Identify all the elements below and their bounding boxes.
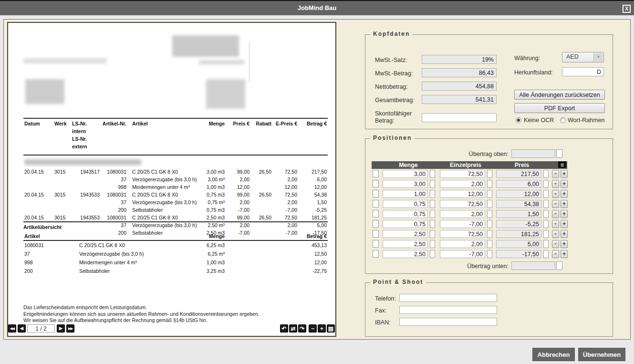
einzelpreis-marker-box[interactable]: [487, 250, 492, 258]
iban-field[interactable]: [399, 318, 497, 326]
increment-button[interactable]: +: [561, 210, 568, 218]
increment-button[interactable]: +: [561, 200, 568, 208]
menge-marker-box[interactable]: [430, 200, 435, 208]
row-select-checkbox[interactable]: [373, 230, 379, 238]
preis-marker-box[interactable]: [543, 220, 549, 228]
fit-page-button[interactable]: ▤: [327, 324, 335, 333]
cancel-button[interactable]: Abbrechen: [532, 348, 575, 361]
einzelpreis-input[interactable]: [440, 170, 485, 178]
increment-button[interactable]: +: [561, 240, 568, 248]
menge-marker-box[interactable]: [430, 210, 435, 218]
einzelpreis-input[interactable]: [440, 200, 485, 208]
preis-field[interactable]: [496, 210, 541, 218]
uebertrag-unten-marker-box[interactable]: [556, 261, 562, 270]
telefon-field[interactable]: [399, 294, 497, 302]
einzelpreis-input[interactable]: [440, 230, 485, 238]
einzelpreis-marker-box[interactable]: [487, 240, 492, 248]
row-select-checkbox[interactable]: [373, 180, 379, 187]
wort-rahmen-radio[interactable]: [560, 117, 566, 123]
row-select-checkbox[interactable]: [373, 220, 379, 228]
preis-marker-box[interactable]: [543, 230, 549, 238]
row-select-checkbox[interactable]: [373, 190, 379, 198]
increment-button[interactable]: +: [561, 230, 568, 238]
menge-input[interactable]: [383, 170, 428, 178]
row-select-checkbox[interactable]: [373, 170, 379, 177]
decrement-button[interactable]: -: [552, 190, 559, 198]
increment-button[interactable]: +: [561, 250, 568, 258]
refresh-button[interactable]: ⇄: [289, 324, 297, 333]
preis-field[interactable]: [496, 230, 541, 238]
preis-field[interactable]: [496, 240, 541, 248]
menge-input[interactable]: [383, 230, 428, 238]
fax-field[interactable]: [399, 306, 497, 314]
herkunftsland-field[interactable]: [562, 67, 604, 76]
skonto-field[interactable]: [422, 113, 497, 122]
decrement-button[interactable]: -: [552, 200, 559, 208]
close-button[interactable]: X: [623, 5, 631, 13]
menge-marker-box[interactable]: [430, 250, 435, 258]
menge-marker-box[interactable]: [430, 170, 435, 178]
einzelpreis-marker-box[interactable]: [487, 230, 492, 238]
preis-field[interactable]: [496, 190, 541, 198]
decrement-button[interactable]: -: [552, 220, 559, 228]
preis-field[interactable]: [496, 180, 541, 188]
decrement-button[interactable]: -: [552, 210, 559, 218]
mwst-betrag-field[interactable]: [422, 68, 497, 77]
prev-page-button[interactable]: ◀: [18, 324, 26, 333]
keine-ocr-radio[interactable]: [516, 117, 521, 123]
pdf-export-button[interactable]: PDF Export: [514, 103, 605, 113]
waehrung-dropdown[interactable]: AED ▼: [562, 52, 604, 62]
preis-field[interactable]: [496, 250, 541, 258]
menge-input[interactable]: [383, 200, 428, 208]
decrement-button[interactable]: -: [552, 230, 559, 238]
hamburger-menu-icon[interactable]: ≡: [558, 161, 566, 168]
preis-marker-box[interactable]: [543, 240, 549, 248]
increment-button[interactable]: +: [561, 170, 568, 178]
chevron-down-icon[interactable]: ▼: [593, 53, 603, 62]
einzelpreis-input[interactable]: [440, 240, 485, 248]
einzelpreis-input[interactable]: [440, 210, 485, 218]
decrement-button[interactable]: -: [552, 170, 559, 178]
gesamtbetrag-field[interactable]: [422, 95, 497, 104]
menge-input[interactable]: [383, 190, 428, 198]
row-select-checkbox[interactable]: [373, 250, 379, 258]
einzelpreis-marker-box[interactable]: [487, 190, 492, 198]
menge-marker-box[interactable]: [430, 220, 435, 228]
preis-marker-box[interactable]: [543, 190, 549, 198]
einzelpreis-input[interactable]: [440, 220, 485, 228]
decrement-button[interactable]: -: [552, 240, 559, 248]
increment-button[interactable]: +: [561, 190, 568, 198]
menge-input[interactable]: [383, 210, 428, 218]
first-page-button[interactable]: ◀◀: [8, 324, 16, 333]
last-page-button[interactable]: ▶▶: [66, 324, 74, 333]
einzelpreis-input[interactable]: [440, 190, 485, 198]
preis-field[interactable]: [496, 200, 541, 208]
rotate-right-button[interactable]: ↷: [298, 324, 306, 333]
einzelpreis-marker-box[interactable]: [487, 220, 492, 228]
decrement-button[interactable]: -: [552, 180, 559, 188]
next-page-button[interactable]: ▶: [57, 324, 65, 333]
preis-marker-box[interactable]: [543, 180, 549, 188]
row-select-checkbox[interactable]: [373, 240, 379, 248]
zoom-out-button[interactable]: −: [309, 324, 317, 333]
einzelpreis-marker-box[interactable]: [487, 200, 492, 208]
menge-marker-box[interactable]: [430, 180, 435, 188]
page-indicator-input[interactable]: [27, 324, 55, 333]
uebertrag-unten-field[interactable]: [511, 261, 555, 270]
einzelpreis-marker-box[interactable]: [487, 180, 492, 188]
preis-marker-box[interactable]: [543, 250, 549, 258]
einzelpreis-input[interactable]: [440, 250, 485, 258]
preis-marker-box[interactable]: [543, 210, 549, 218]
menge-input[interactable]: [383, 240, 428, 248]
preis-marker-box[interactable]: [543, 200, 549, 208]
rotate-left-button[interactable]: ↶: [280, 324, 288, 333]
increment-button[interactable]: +: [561, 220, 568, 228]
menge-marker-box[interactable]: [430, 190, 435, 198]
uebertrag-oben-field[interactable]: [511, 149, 555, 158]
preis-field[interactable]: [496, 220, 541, 228]
menge-marker-box[interactable]: [430, 230, 435, 238]
uebertrag-oben-marker-box[interactable]: [556, 149, 562, 158]
increment-button[interactable]: +: [561, 180, 568, 188]
einzelpreis-marker-box[interactable]: [487, 210, 492, 218]
decrement-button[interactable]: -: [552, 250, 559, 258]
